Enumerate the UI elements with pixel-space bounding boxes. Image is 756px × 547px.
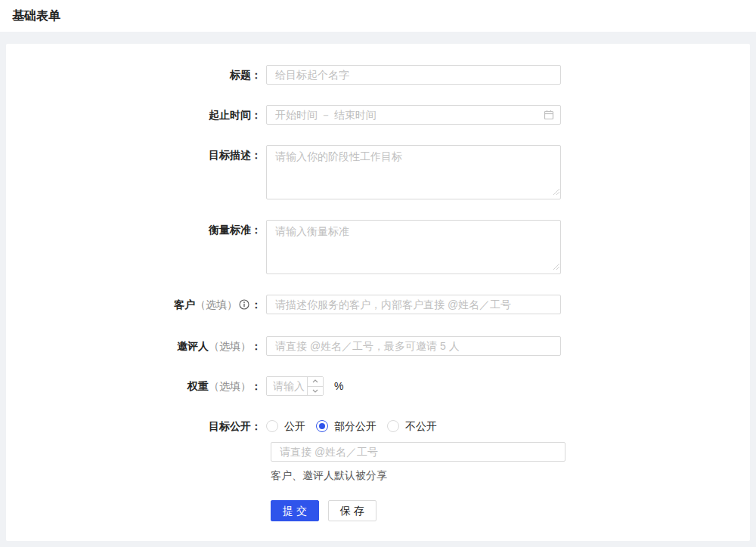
standard-label-colon: ： [251, 224, 262, 236]
disclosure-radio-row: 目标公开： 公开 部分公开 [6, 416, 750, 436]
form-row-invites: 邀评人（选填）： [6, 336, 750, 356]
form-row-standard: 衡量标准： [6, 220, 750, 274]
title-control [266, 65, 750, 85]
client-label: 客户（选填） ： [6, 295, 266, 316]
date-range-picker[interactable] [266, 105, 561, 125]
form-row-weight: 权重（选填）： % [6, 376, 750, 396]
title-label: 标题： [6, 65, 266, 85]
form-row-client: 客户（选填） ： [6, 295, 750, 316]
weight-label-optional: （选填） [209, 380, 251, 392]
disclosure-radio-group: 公开 部分公开 不公开 [266, 416, 750, 436]
weight-input[interactable] [267, 377, 307, 395]
share-input[interactable] [271, 442, 565, 462]
title-label-colon: ： [251, 69, 262, 81]
weight-control: % [266, 376, 750, 396]
page-title: 基础表单 [12, 8, 60, 24]
client-label-text: 客户 [174, 298, 195, 311]
client-input[interactable] [266, 295, 561, 314]
radio-private-label: 不公开 [405, 416, 437, 436]
radio-public[interactable]: 公开 [266, 416, 305, 436]
stepper-down-icon[interactable] [308, 386, 323, 396]
disclosure-help-text: 客户、邀评人默认被分享 [271, 469, 750, 482]
form-actions: 提 交 保 存 [271, 500, 750, 542]
title-input[interactable] [266, 65, 561, 85]
weight-label-text: 权重 [187, 380, 209, 392]
basic-form: 标题： 起止时间： [6, 65, 750, 542]
calendar-icon[interactable] [544, 110, 554, 122]
weight-suffix: % [334, 376, 343, 396]
date-range-label-colon: ： [251, 109, 262, 121]
content-area: 标题： 起止时间： [0, 32, 756, 547]
disclosure-label-colon: ： [251, 420, 262, 432]
basic-form-card: 标题： 起止时间： [6, 44, 750, 541]
title-label-text: 标题 [230, 69, 251, 81]
invites-control [266, 336, 750, 356]
invites-label: 邀评人（选填）： [6, 336, 266, 356]
date-range-input[interactable] [266, 105, 561, 125]
client-control [266, 295, 750, 314]
description-control [266, 145, 750, 199]
radio-partially-public[interactable]: 部分公开 [316, 416, 376, 436]
disclosure-label: 目标公开： [6, 416, 266, 436]
description-label: 目标描述： [6, 145, 266, 165]
description-textarea[interactable] [266, 145, 561, 199]
description-label-text: 目标描述 [209, 149, 251, 161]
page-header: 基础表单 [0, 0, 756, 32]
weight-number-input[interactable] [266, 376, 324, 396]
form-row-disclosure: 目标公开： 公开 部分公开 [6, 416, 750, 482]
info-circle-icon[interactable] [239, 296, 249, 316]
disclosure-share-row [271, 442, 750, 462]
standard-label: 衡量标准： [6, 220, 266, 240]
weight-label-colon: ： [251, 380, 262, 392]
client-label-colon: ： [251, 298, 262, 311]
invites-input[interactable] [266, 336, 561, 356]
invites-label-text: 邀评人 [177, 340, 209, 352]
weight-stepper[interactable] [307, 377, 323, 395]
radio-partially-public-label: 部分公开 [334, 416, 376, 436]
client-label-optional: （选填） [195, 298, 237, 311]
description-label-colon: ： [251, 149, 262, 161]
radio-private[interactable]: 不公开 [387, 416, 437, 436]
standard-label-text: 衡量标准 [209, 224, 251, 236]
stepper-up-icon[interactable] [308, 377, 323, 386]
invites-label-colon: ： [251, 340, 262, 352]
date-range-control [266, 105, 750, 125]
form-row-description: 目标描述： [6, 145, 750, 199]
form-row-date-range: 起止时间： [6, 105, 750, 125]
standard-textarea[interactable] [266, 220, 561, 274]
date-range-label: 起止时间： [6, 105, 266, 125]
save-button[interactable]: 保 存 [328, 500, 376, 521]
radio-circle-checked-icon[interactable] [316, 420, 328, 432]
weight-label: 权重（选填）： [6, 376, 266, 396]
disclosure-label-text: 目标公开 [209, 420, 251, 432]
submit-button[interactable]: 提 交 [271, 500, 319, 521]
standard-control [266, 220, 750, 274]
disclosure-control: 公开 部分公开 不公开 [266, 416, 750, 436]
radio-circle-icon[interactable] [266, 420, 278, 432]
date-range-label-text: 起止时间 [209, 109, 251, 121]
radio-public-label: 公开 [284, 416, 305, 436]
radio-circle-icon[interactable] [387, 420, 399, 432]
form-row-title: 标题： [6, 65, 750, 85]
invites-label-optional: （选填） [209, 340, 251, 352]
